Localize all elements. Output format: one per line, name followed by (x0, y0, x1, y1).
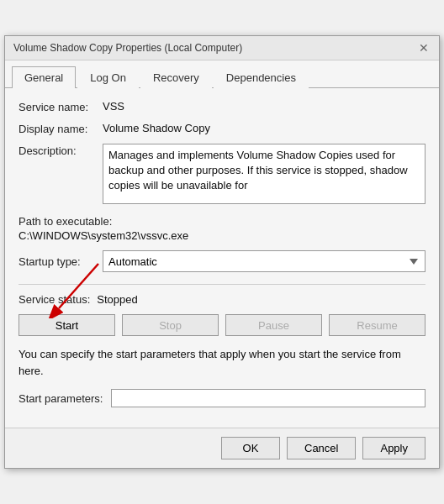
start-params-row: Start parameters: (18, 389, 426, 407)
tab-recovery[interactable]: Recovery (140, 66, 212, 88)
service-status-label: Service status: (18, 293, 90, 306)
tab-dependencies[interactable]: Dependencies (214, 66, 309, 88)
tab-logon[interactable]: Log On (77, 66, 139, 88)
tab-general[interactable]: General (12, 66, 76, 88)
service-status-row: Service status: Stopped (18, 293, 426, 306)
start-params-input[interactable] (111, 389, 426, 407)
bottom-bar: OK Cancel Apply (5, 428, 439, 468)
service-status-value: Stopped (97, 293, 137, 306)
service-name-label: Service name: (18, 100, 103, 113)
startup-type-row: Startup type: Automatic Manual Disabled (18, 250, 426, 272)
display-name-label: Display name: (18, 122, 103, 135)
tab-bar: General Log On Recovery Dependencies (5, 60, 439, 88)
description-wrapper: Manages and implements Volume Shadow Cop… (103, 144, 426, 207)
apply-button[interactable]: Apply (362, 437, 426, 459)
path-value: C:\WINDOWS\system32\vssvc.exe (18, 229, 426, 242)
window-title: Volume Shadow Copy Properties (Local Com… (13, 42, 242, 54)
path-label: Path to executable: (18, 215, 426, 228)
startup-type-label: Startup type: (18, 255, 103, 268)
start-params-label: Start parameters: (18, 392, 111, 405)
start-button[interactable]: Start (18, 314, 115, 336)
ok-button[interactable]: OK (221, 437, 280, 459)
service-name-value: VSS (103, 100, 426, 113)
startup-type-select[interactable]: Automatic Manual Disabled (103, 250, 426, 272)
tab-content: Service name: VSS Display name: Volume S… (5, 88, 439, 428)
cancel-button[interactable]: Cancel (287, 437, 356, 459)
properties-window: Volume Shadow Copy Properties (Local Com… (4, 35, 440, 469)
service-name-row: Service name: VSS (18, 100, 426, 113)
description-row: Description: Manages and implements Volu… (18, 144, 426, 207)
display-name-value: Volume Shadow Copy (103, 122, 426, 134)
divider (18, 284, 426, 285)
path-section: Path to executable: C:\WINDOWS\system32\… (18, 215, 426, 242)
pause-button[interactable]: Pause (225, 314, 322, 336)
description-label: Description: (18, 144, 103, 157)
start-params-info: You can specify the start parameters tha… (18, 346, 426, 379)
stop-button[interactable]: Stop (122, 314, 219, 336)
title-bar: Volume Shadow Copy Properties (Local Com… (5, 36, 439, 60)
display-name-row: Display name: Volume Shadow Copy (18, 122, 426, 135)
description-textarea[interactable]: Manages and implements Volume Shadow Cop… (103, 144, 426, 204)
close-button[interactable]: ✕ (417, 41, 431, 55)
resume-button[interactable]: Resume (329, 314, 426, 336)
service-buttons-row: Start Stop Pause Resume (18, 314, 426, 336)
